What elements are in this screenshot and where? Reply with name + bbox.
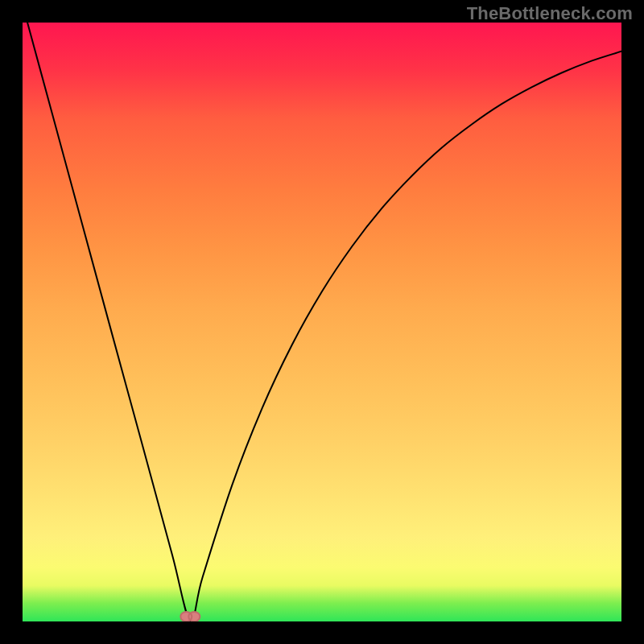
bottleneck-curve [23, 23, 621, 621]
plot-area [23, 23, 621, 621]
min-point-marker [180, 612, 200, 621]
chart-container: TheBottleneck.com [0, 0, 644, 644]
brand-watermark: TheBottleneck.com [467, 3, 633, 24]
curve-overlay [23, 23, 621, 621]
